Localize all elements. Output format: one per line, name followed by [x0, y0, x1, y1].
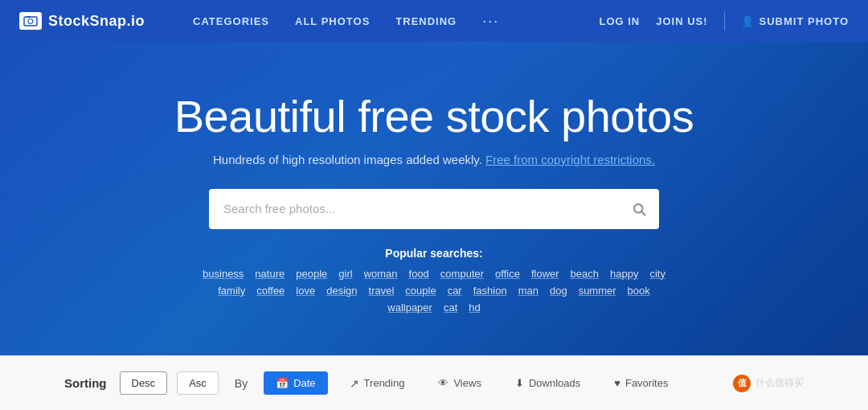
- filter-downloads-button[interactable]: ⬇ Downloads: [503, 371, 592, 395]
- tag-office[interactable]: office: [495, 268, 520, 280]
- svg-rect-0: [24, 17, 37, 26]
- watermark-logo: 值: [733, 375, 751, 392]
- sort-asc-button[interactable]: Asc: [177, 371, 219, 395]
- watermark: 值 什么值得买: [733, 375, 804, 392]
- nav-categories[interactable]: CATEGORIES: [193, 15, 269, 27]
- trending-icon: ↗: [350, 377, 359, 390]
- favorites-icon: ♥: [614, 377, 620, 389]
- svg-rect-2: [27, 16, 31, 18]
- sort-desc-button[interactable]: Desc: [120, 371, 168, 395]
- nav-trending[interactable]: TRENDING: [395, 15, 457, 27]
- tag-beach[interactable]: beach: [571, 268, 599, 280]
- nav-divider: [724, 11, 725, 31]
- hero-title: Beautiful free stock photos: [174, 92, 694, 141]
- navbar: StockSnap.io CATEGORIES ALL PHOTOS TREND…: [0, 0, 868, 42]
- tag-travel[interactable]: travel: [369, 285, 395, 297]
- tag-girl[interactable]: girl: [338, 268, 352, 280]
- tag-woman[interactable]: woman: [364, 268, 398, 280]
- tag-coffee[interactable]: coffee: [256, 285, 285, 297]
- tag-book[interactable]: book: [628, 285, 650, 297]
- tag-hd[interactable]: hd: [469, 301, 480, 314]
- tag-man[interactable]: man: [518, 285, 538, 297]
- nav-login[interactable]: LOG IN: [599, 15, 640, 27]
- tag-summer[interactable]: summer: [579, 285, 616, 297]
- nav-links: CATEGORIES ALL PHOTOS TRENDING ···: [193, 13, 599, 30]
- filter-views-button[interactable]: 👁 Views: [426, 371, 493, 395]
- tag-food[interactable]: food: [409, 268, 429, 280]
- tag-design[interactable]: design: [326, 285, 357, 297]
- copyright-link[interactable]: Free from copyright restrictions.: [485, 153, 655, 166]
- hero-subtitle: Hundreds of high resolution images added…: [213, 153, 655, 166]
- tag-couple[interactable]: couple: [405, 285, 436, 297]
- tag-fashion[interactable]: fashion: [473, 285, 507, 297]
- tag-city[interactable]: city: [649, 268, 665, 280]
- tag-flower[interactable]: flower: [531, 268, 559, 280]
- tag-happy[interactable]: happy: [610, 268, 638, 280]
- upload-icon: 👤: [741, 15, 755, 27]
- nav-right: LOG IN JOIN US! 👤 SUBMIT PHOTO: [599, 11, 849, 31]
- tag-family[interactable]: family: [218, 285, 245, 297]
- tag-cat[interactable]: cat: [444, 301, 457, 314]
- nav-join[interactable]: JOIN US!: [656, 15, 707, 27]
- svg-point-1: [28, 19, 33, 24]
- nav-more[interactable]: ···: [482, 13, 499, 30]
- tag-love[interactable]: love: [296, 285, 315, 297]
- popular-label: Popular searches:: [193, 247, 675, 260]
- filter-trending-button[interactable]: ↗ Trending: [338, 371, 417, 396]
- hero-section: Beautiful free stock photos Hundreds of …: [0, 42, 868, 355]
- tag-dog[interactable]: dog: [550, 285, 567, 297]
- footer-bar: Sorting Desc Asc By 📅 Date ↗ Trending 👁 …: [0, 355, 868, 410]
- tag-computer[interactable]: computer: [440, 268, 484, 280]
- tag-car[interactable]: car: [448, 285, 462, 297]
- filter-favorites-button[interactable]: ♥ Favorites: [602, 371, 680, 395]
- logo-icon: [19, 12, 42, 30]
- by-label: By: [235, 377, 248, 390]
- search-input[interactable]: [209, 189, 659, 229]
- popular-tags: businessnaturepeoplegirlwomanfoodcompute…: [193, 268, 675, 314]
- views-icon: 👁: [438, 377, 448, 389]
- tag-nature[interactable]: nature: [255, 268, 285, 280]
- brand-name: StockSnap.io: [48, 13, 145, 30]
- tag-business[interactable]: business: [203, 268, 244, 280]
- popular-section: Popular searches: businessnaturepeoplegi…: [193, 247, 675, 314]
- tag-people[interactable]: people: [296, 268, 327, 280]
- date-icon: 📅: [276, 377, 289, 389]
- sorting-label: Sorting: [64, 376, 107, 390]
- search-container: [209, 189, 659, 229]
- downloads-icon: ⬇: [515, 377, 524, 389]
- logo[interactable]: StockSnap.io: [19, 12, 145, 30]
- submit-photo-button[interactable]: 👤 SUBMIT PHOTO: [741, 15, 849, 27]
- filter-date-button[interactable]: 📅 Date: [264, 371, 327, 395]
- tag-wallpaper[interactable]: wallpaper: [387, 301, 432, 314]
- search-button[interactable]: [619, 189, 659, 229]
- svg-line-4: [641, 211, 645, 215]
- nav-all-photos[interactable]: ALL PHOTOS: [295, 15, 370, 27]
